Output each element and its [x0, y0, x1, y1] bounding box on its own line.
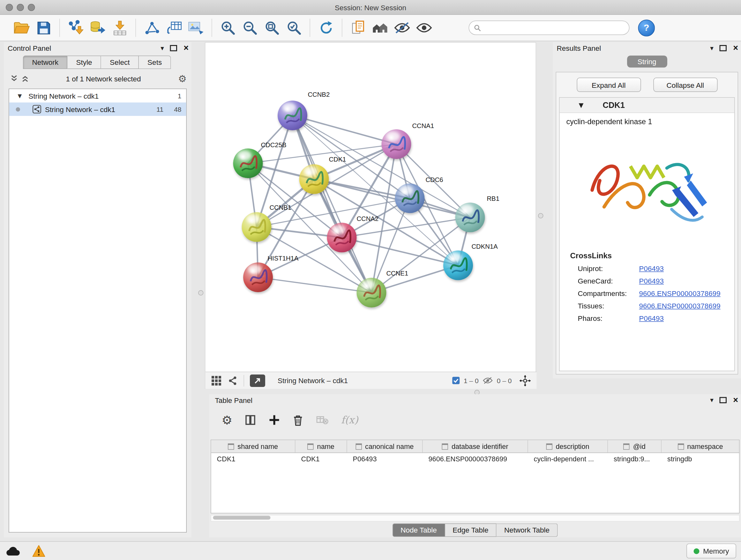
table-options-gear-icon[interactable]: ⚙ — [222, 414, 232, 426]
column-header[interactable]: @id — [608, 440, 662, 453]
splitter-handle[interactable] — [538, 213, 543, 219]
crosslink-link[interactable]: P06493 — [639, 277, 664, 285]
tab-edge-table[interactable]: Edge Table — [445, 523, 496, 537]
delete-column-icon[interactable] — [293, 414, 304, 426]
crosslink-link[interactable]: 9606.ENSP00000378699 — [639, 302, 721, 310]
close-panel-icon[interactable]: × — [184, 44, 189, 52]
control-panel-title: Control Panel — [8, 44, 51, 52]
network-node-ccne1[interactable] — [357, 278, 387, 307]
float-panel-icon[interactable] — [720, 397, 727, 403]
selected-checkbox-icon[interactable] — [452, 376, 460, 385]
network-overview-icon[interactable] — [227, 375, 238, 386]
cell-id[interactable]: stringdb:9... — [608, 453, 662, 465]
hidden-eye-icon[interactable] — [482, 376, 493, 385]
column-header[interactable]: shared name — [211, 440, 295, 453]
string-results-tab[interactable]: String — [627, 56, 667, 68]
fit-content-crosshair-icon[interactable] — [520, 375, 531, 386]
network-node-cdk1[interactable] — [299, 165, 329, 194]
column-header[interactable]: name — [295, 440, 347, 453]
zoom-fit-icon[interactable] — [261, 17, 283, 39]
collapse-all-networks-icon[interactable] — [10, 75, 18, 82]
network-node-ccna1[interactable] — [382, 129, 411, 159]
cloud-icon[interactable] — [5, 545, 21, 557]
show-annotations-icon[interactable] — [413, 17, 435, 39]
tab-node-table[interactable]: Node Table — [393, 523, 445, 537]
open-in-new-window-button[interactable] — [250, 374, 265, 387]
cell-canonical-name[interactable]: P06493 — [347, 453, 423, 465]
zoom-out-icon[interactable] — [239, 17, 261, 39]
network-node-cdkn1a[interactable] — [443, 251, 473, 280]
column-header[interactable]: canonical name — [347, 440, 423, 453]
column-header[interactable]: description — [528, 440, 608, 453]
cell-description[interactable]: cyclin-dependent ... — [528, 453, 608, 465]
tab-select[interactable]: Select — [101, 56, 139, 69]
collapse-all-button[interactable]: Collapse All — [653, 78, 718, 92]
gene-header-row[interactable]: ▼ CDK1 — [560, 98, 735, 113]
float-panel-icon[interactable] — [170, 45, 178, 51]
crosslink-row: GeneCard: P06493 — [560, 277, 735, 285]
application-window: Session: New Session — [0, 0, 741, 560]
network-node-rb1[interactable] — [455, 203, 485, 233]
cell-shared-name[interactable]: CDK1 — [211, 453, 295, 465]
close-panel-icon[interactable]: × — [733, 395, 738, 404]
expand-all-networks-icon[interactable] — [22, 75, 29, 82]
memory-status-dot — [693, 548, 699, 554]
copy-view-icon[interactable] — [347, 17, 369, 39]
network-node-hist1h1a[interactable] — [243, 262, 273, 292]
crosslink-link[interactable]: P06493 — [639, 314, 664, 322]
column-header[interactable]: database identifier — [423, 440, 528, 453]
refresh-view-icon[interactable] — [315, 17, 337, 39]
save-session-icon[interactable] — [32, 17, 55, 39]
panel-menu-icon[interactable]: ▾ — [160, 45, 164, 51]
home-icon[interactable] — [369, 17, 391, 39]
expand-all-button[interactable]: Expand All — [577, 78, 641, 92]
import-network-from-database-icon[interactable] — [87, 17, 109, 39]
network-canvas[interactable]: CCNB2CCNA1CDC25BCDK1CDC6RB1CCNB1CCNA2CDK… — [205, 43, 537, 372]
float-panel-icon[interactable] — [720, 45, 727, 51]
memory-button[interactable]: Memory — [686, 544, 736, 559]
new-network-icon[interactable] — [141, 17, 163, 39]
add-column-icon[interactable] — [269, 415, 280, 426]
show-columns-icon[interactable] — [245, 415, 256, 426]
export-image-icon[interactable] — [185, 17, 207, 39]
hide-annotations-icon[interactable] — [391, 17, 413, 39]
cell-namespace[interactable]: stringdb — [662, 453, 739, 465]
tab-network-table[interactable]: Network Table — [496, 523, 558, 537]
column-header[interactable]: namespace — [662, 440, 739, 453]
panel-menu-icon[interactable]: ▾ — [710, 396, 714, 403]
zoom-in-icon[interactable] — [217, 17, 239, 39]
horizontal-scrollbar[interactable] — [211, 515, 740, 522]
network-node-cdc6[interactable] — [395, 184, 425, 213]
tab-style[interactable]: Style — [68, 56, 102, 69]
collection-expander-icon[interactable]: ▼ — [18, 92, 22, 99]
network-node-cdc25b[interactable] — [233, 148, 263, 178]
zoom-selected-icon[interactable] — [283, 17, 305, 39]
import-network-from-file-icon[interactable] — [65, 17, 87, 39]
cell-database-identifier[interactable]: 9606.ENSP00000378699 — [423, 453, 528, 465]
warning-icon[interactable] — [31, 545, 46, 558]
network-node-ccnb1[interactable] — [242, 212, 272, 242]
search-input[interactable] — [484, 23, 624, 32]
toolbar-separator — [342, 19, 342, 37]
splitter-handle[interactable] — [198, 290, 204, 296]
network-options-gear-icon[interactable]: ⚙ — [178, 74, 187, 83]
close-panel-icon[interactable]: × — [733, 44, 738, 52]
network-node-ccna2[interactable] — [327, 223, 357, 253]
tab-sets[interactable]: Sets — [139, 56, 171, 69]
table-row[interactable]: CDK1 CDK1 P06493 9606.ENSP00000378699 cy… — [211, 453, 739, 465]
collapse-gene-icon[interactable]: ▼ — [579, 102, 584, 109]
tab-network[interactable]: Network — [23, 56, 68, 69]
panel-menu-icon[interactable]: ▾ — [710, 45, 714, 51]
crosslink-link[interactable]: 9606.ENSP00000378699 — [639, 289, 721, 298]
open-session-icon[interactable] — [10, 17, 32, 39]
network-collection-row[interactable]: ▼ String Network – cdk1 1 — [9, 89, 186, 103]
network-row-selected[interactable]: String Network – cdk1 11 48 — [9, 103, 186, 116]
cell-name[interactable]: CDK1 — [295, 453, 347, 465]
crosslink-link[interactable]: P06493 — [639, 264, 664, 273]
birds-eye-view-icon[interactable] — [211, 375, 222, 386]
import-table-from-file-icon[interactable] — [109, 17, 131, 39]
scrollbar-thumb[interactable] — [213, 516, 271, 520]
help-button[interactable]: ? — [638, 19, 655, 37]
network-table-icon[interactable] — [163, 17, 185, 39]
network-node-ccnb2[interactable] — [278, 101, 307, 130]
